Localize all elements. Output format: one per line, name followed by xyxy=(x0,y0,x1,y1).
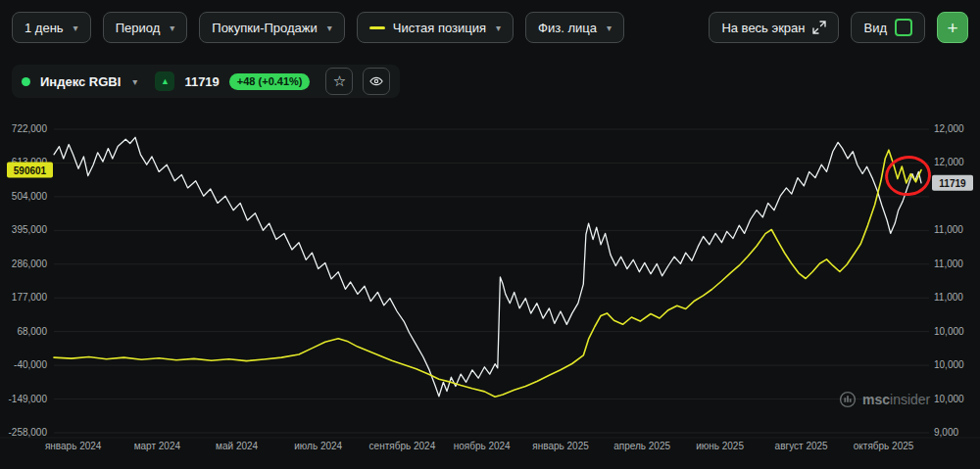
series-line-net-position xyxy=(54,150,921,397)
x-axis-tick-label: май 2024 xyxy=(216,441,258,451)
x-axis-tick-label: октябрь 2025 xyxy=(854,441,914,451)
x-axis-tick-label: июль 2024 xyxy=(294,441,342,451)
right-axis-tick-label: 11,000 xyxy=(934,292,963,303)
series-line-rgbi-index xyxy=(54,137,921,397)
participant-select[interactable]: Физ. лица ▾ xyxy=(525,12,624,43)
timeframe-label: 1 день xyxy=(24,21,64,35)
view-label: Вид xyxy=(863,21,887,35)
last-value: 11719 xyxy=(184,74,219,89)
right-axis-tick-label: 10,000 xyxy=(934,359,964,370)
favorite-button[interactable]: ☆ xyxy=(325,68,353,95)
watermark: mscinsider xyxy=(839,391,930,408)
net-position-line-icon xyxy=(369,26,385,29)
visibility-button[interactable] xyxy=(363,68,390,95)
chevron-down-icon[interactable]: ▾ xyxy=(132,76,137,87)
toolbar: 1 день ▾ Период ▾ Покупки-Продажи ▾ Чист… xyxy=(12,12,968,43)
change-badge: +48 (+0.41%) xyxy=(229,73,311,90)
mode-label: Покупки-Продажи xyxy=(212,21,318,35)
x-axis-tick-label: сентябрь 2024 xyxy=(369,441,436,451)
timeframe-select[interactable]: 1 день ▾ xyxy=(12,12,91,43)
watermark-text: mscinsider xyxy=(862,392,930,407)
right-axis-tick-label: 11,000 xyxy=(934,224,963,235)
left-current-value-text: 590601 xyxy=(14,165,47,176)
chevron-down-icon: ▾ xyxy=(74,23,78,33)
right-axis-tick-label: 9,000 xyxy=(934,427,958,438)
left-axis-tick-label: -149,000 xyxy=(9,394,48,404)
eye-icon xyxy=(369,74,383,88)
chevron-down-icon: ▾ xyxy=(496,23,501,33)
right-axis-tick-label: 12,000 xyxy=(934,123,964,134)
right-axis-tick-label: 11,000 xyxy=(934,258,963,269)
right-axis-tick-label: 12,000 xyxy=(934,157,964,167)
right-axis-tick-label: 10,000 xyxy=(934,326,964,337)
view-checkbox-icon xyxy=(895,19,912,36)
left-axis-tick-label: -40,000 xyxy=(14,359,47,370)
x-axis-tick-label: март 2024 xyxy=(134,441,181,451)
left-axis-tick-label: 722,000 xyxy=(12,123,48,134)
instrument-name[interactable]: Индекс RGBI xyxy=(40,74,121,89)
left-axis-tick-label: -258,000 xyxy=(9,427,48,438)
add-button[interactable]: + xyxy=(937,12,968,43)
annotation-circle xyxy=(884,155,932,198)
right-current-value-text: 11719 xyxy=(939,178,966,189)
period-select[interactable]: Период ▾ xyxy=(103,12,188,43)
series-select[interactable]: Чистая позиция ▾ xyxy=(357,12,514,43)
left-axis-tick-label: 286,000 xyxy=(12,258,48,269)
x-axis-tick-label: январь 2025 xyxy=(532,441,589,451)
fullscreen-label: На весь экран xyxy=(721,21,805,35)
chevron-down-icon: ▾ xyxy=(607,23,612,33)
expand-icon xyxy=(812,21,826,34)
mode-select[interactable]: Покупки-Продажи ▾ xyxy=(199,12,345,43)
mscinsider-logo-icon xyxy=(839,391,857,408)
x-axis-tick-label: июнь 2025 xyxy=(696,441,744,451)
x-axis-tick-label: ноябрь 2024 xyxy=(454,441,511,451)
chevron-down-icon: ▾ xyxy=(327,23,332,33)
instrument-legend: Индекс RGBI ▾ ▲ 11719 +48 (+0.41%) ☆ xyxy=(12,65,400,98)
x-axis-tick-label: январь 2024 xyxy=(45,441,102,451)
x-axis-tick-label: август 2025 xyxy=(775,441,828,451)
triangle-up-icon: ▲ xyxy=(155,71,174,91)
star-icon: ☆ xyxy=(333,72,346,90)
right-axis-tick-label: 10,000 xyxy=(934,394,964,404)
period-label: Период xyxy=(116,21,161,35)
left-axis-tick-label: 68,000 xyxy=(17,326,47,337)
fullscreen-button[interactable]: На весь экран xyxy=(709,12,839,43)
left-axis-tick-label: 395,000 xyxy=(12,224,48,235)
view-button[interactable]: Вид xyxy=(851,12,925,43)
chevron-down-icon: ▾ xyxy=(170,23,174,33)
left-axis-tick-label: 504,000 xyxy=(12,191,48,202)
participant-label: Физ. лица xyxy=(538,21,597,35)
instrument-dot-icon xyxy=(22,77,30,86)
series-select-label: Чистая позиция xyxy=(393,21,486,35)
left-axis-tick-label: 177,000 xyxy=(12,292,48,303)
x-axis-tick-label: апрель 2025 xyxy=(613,441,670,451)
